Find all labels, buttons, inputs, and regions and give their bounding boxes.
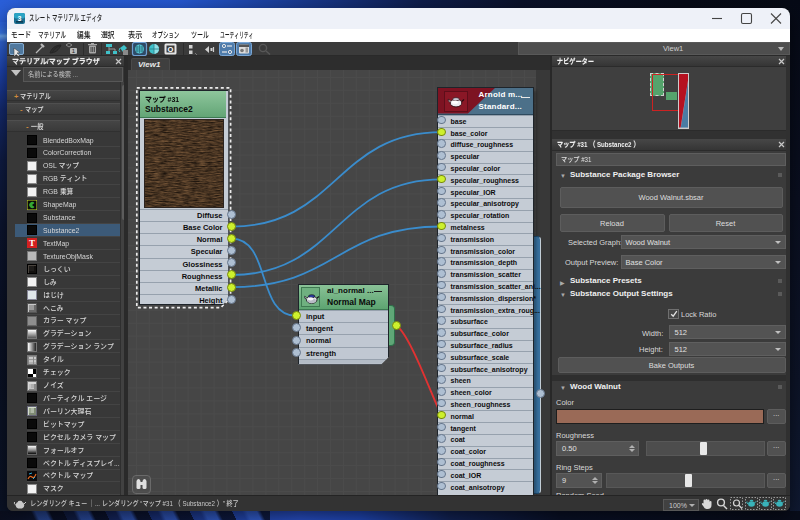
- svg-text:3: 3: [18, 15, 22, 22]
- svg-text:O: O: [168, 45, 174, 54]
- svg-text:T: T: [29, 239, 35, 249]
